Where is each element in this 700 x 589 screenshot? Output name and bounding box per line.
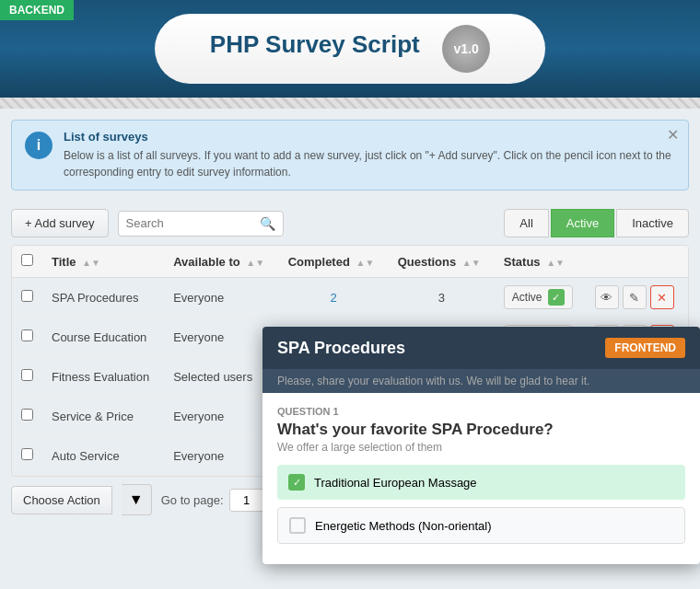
row-checkbox-4[interactable] (21, 409, 33, 421)
info-close-icon[interactable]: ✕ (667, 126, 679, 144)
action-caret[interactable]: ▼ (122, 484, 152, 515)
select-all-checkbox[interactable] (21, 254, 33, 266)
row-title-1: SPA Procedures (42, 278, 164, 318)
search-box: 🔍 (118, 211, 284, 237)
survey-modal: SPA Procedures FRONTEND Please, share yo… (262, 327, 700, 564)
row-checkbox-3[interactable] (21, 369, 33, 381)
row-checkbox-5[interactable] (21, 448, 33, 460)
app-title: PHP Survey Script (210, 30, 420, 58)
go-to-page-label: Go to page: (161, 493, 224, 507)
row-available-1: Everyone (164, 278, 279, 318)
row-questions-1: 3 (389, 278, 495, 318)
filter-all-button[interactable]: All (504, 209, 548, 237)
info-text-block: List of surveys Below is a list of all s… (64, 130, 675, 180)
row-title-3: Fitness Evaluation (42, 357, 164, 397)
option-row-1[interactable]: ✓ Traditional European Massage (277, 465, 685, 500)
stripe-divider (0, 98, 700, 109)
frontend-badge: FRONTEND (605, 338, 685, 358)
option-row-2[interactable]: Energetic Methods (Non-oriental) (277, 507, 685, 544)
header-pill: PHP Survey Script v1.0 (155, 14, 545, 84)
status-text-1: Active (512, 291, 542, 304)
modal-subheader: Please, share your evaluation with us. W… (262, 369, 700, 393)
row-title-4: Service & Price (42, 397, 164, 436)
question-desc: We offer a large selection of them (277, 441, 685, 454)
delete-icon-1[interactable]: ✕ (650, 285, 674, 309)
info-heading: List of surveys (64, 130, 675, 144)
filter-buttons: All Active Inactive (504, 209, 689, 237)
filter-inactive-button[interactable]: Inactive (616, 209, 689, 237)
col-questions[interactable]: Questions ▲▼ (389, 246, 495, 278)
modal-body: QUESTION 1 What's your favorite SPA Proc… (262, 393, 700, 564)
search-icon: 🔍 (260, 216, 275, 231)
question-title: What's your favorite SPA Procedure? (277, 421, 685, 439)
checkbox-checked-icon-1: ✓ (288, 474, 305, 491)
row-status-1: Active ✓ (495, 278, 586, 318)
option-text-2: Energetic Methods (Non-oriental) (315, 519, 491, 533)
status-check-icon-1: ✓ (548, 289, 565, 306)
modal-title: SPA Procedures (277, 339, 405, 358)
row-title-5: Auto Service (42, 436, 164, 476)
choose-action-button[interactable]: Choose Action (11, 486, 112, 514)
row-completed-1: 2 (279, 278, 389, 318)
info-box: i List of surveys Below is a list of all… (11, 120, 689, 191)
info-body: Below is a list of all surveys. If you w… (64, 147, 675, 180)
row-title-2: Course Education (42, 318, 164, 357)
add-survey-button[interactable]: + Add survey (11, 209, 109, 237)
modal-header: SPA Procedures FRONTEND (262, 327, 700, 369)
view-icon-1[interactable]: 👁 (595, 285, 619, 309)
question-number: QUESTION 1 (277, 406, 685, 417)
page-nav: Go to page: 1 1 (161, 489, 276, 512)
page-input[interactable]: 1 (229, 489, 264, 512)
table-row: SPA Procedures Everyone 2 3 Active ✓ 👁 ✎… (12, 278, 688, 318)
edit-icon-1[interactable]: ✎ (623, 285, 647, 309)
row-checkbox-1[interactable] (21, 290, 33, 302)
option-text-1: Traditional European Massage (314, 476, 477, 490)
col-completed[interactable]: Completed ▲▼ (279, 246, 389, 278)
filter-active-button[interactable]: Active (551, 209, 614, 237)
checkbox-unchecked-icon-2 (289, 517, 306, 534)
version-badge: v1.0 (442, 25, 490, 73)
table-header-row: Title ▲▼ Available to ▲▼ Completed ▲▼ Qu… (12, 246, 688, 278)
toolbar: + Add survey 🔍 All Active Inactive (0, 202, 700, 245)
search-input[interactable] (126, 216, 260, 230)
backend-badge: BACKEND (0, 0, 74, 20)
modal-subtitle: Please, share your evaluation with us. W… (277, 375, 589, 387)
col-status[interactable]: Status ▲▼ (495, 246, 586, 278)
col-available[interactable]: Available to ▲▼ (164, 246, 279, 278)
info-icon: i (25, 132, 52, 159)
action-icons-1: 👁 ✎ ✕ (595, 285, 679, 309)
col-title[interactable]: Title ▲▼ (42, 246, 164, 278)
row-checkbox-2[interactable] (21, 329, 33, 341)
header: BACKEND PHP Survey Script v1.0 (0, 0, 700, 98)
